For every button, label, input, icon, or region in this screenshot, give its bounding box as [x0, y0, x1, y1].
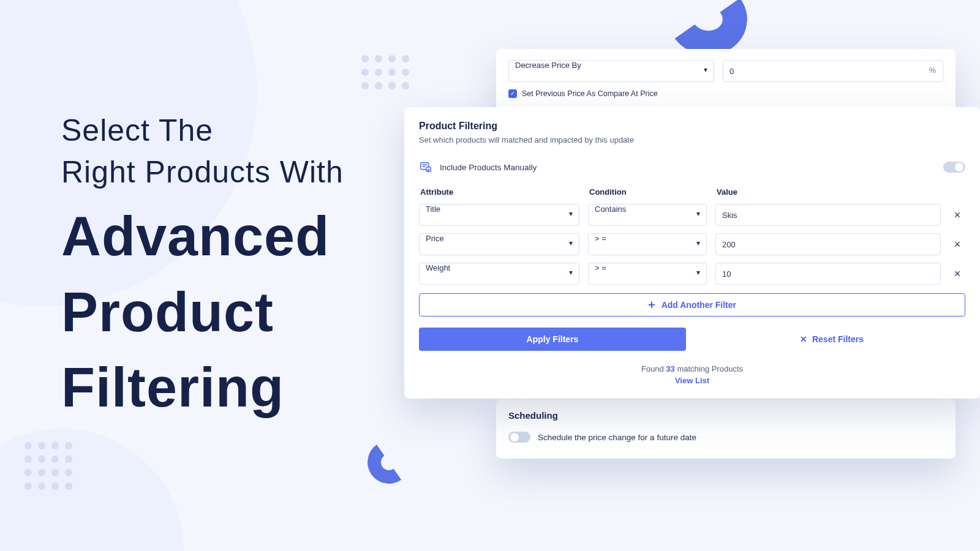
- value-input[interactable]: [715, 204, 941, 226]
- price-action-card: Decrease Price By % Set Previous Price A…: [496, 49, 956, 114]
- decorative-dots: [361, 55, 409, 89]
- apply-filters-button[interactable]: Apply Filters: [419, 328, 686, 351]
- product-filtering-card: Product Filtering Set which products wil…: [404, 107, 980, 399]
- manual-include-toggle[interactable]: [943, 162, 965, 173]
- remove-filter-icon[interactable]: ×: [949, 238, 965, 251]
- price-amount-input[interactable]: [723, 60, 943, 82]
- attribute-select[interactable]: Title: [419, 204, 579, 226]
- condition-select[interactable]: > =: [588, 233, 707, 255]
- col-condition: Condition: [589, 187, 708, 197]
- reset-filters-button[interactable]: ✕ Reset Filters: [698, 328, 965, 351]
- condition-select[interactable]: Contains: [588, 204, 707, 226]
- manual-include-icon: [419, 160, 432, 174]
- condition-select[interactable]: > =: [588, 263, 707, 285]
- attribute-select[interactable]: Price: [419, 233, 579, 255]
- price-action-select[interactable]: Decrease Price By: [508, 60, 714, 82]
- percent-suffix: %: [929, 66, 936, 75]
- scheduling-label: Schedule the price change for a future d…: [538, 433, 696, 442]
- decorative-dots: [24, 442, 72, 490]
- found-count-text: Found 33 matching Products: [419, 364, 965, 373]
- manual-include-label: Include Products Manually: [440, 163, 537, 172]
- remove-filter-icon[interactable]: ×: [949, 209, 965, 222]
- filtering-subtitle: Set which products will matched and impa…: [419, 135, 965, 144]
- col-value: Value: [717, 187, 964, 197]
- value-input[interactable]: [715, 263, 941, 285]
- view-list-link[interactable]: View List: [419, 376, 965, 385]
- scheduling-card: Scheduling Schedule the price change for…: [496, 399, 956, 459]
- filter-header-row: Attribute Condition Value: [419, 187, 965, 197]
- close-icon: ✕: [800, 334, 807, 344]
- add-filter-button[interactable]: + Add Another Filter: [419, 293, 965, 317]
- value-input[interactable]: [715, 233, 941, 255]
- filter-row: Price > = ×: [419, 233, 965, 255]
- remove-filter-icon[interactable]: ×: [949, 268, 965, 280]
- scheduling-title: Scheduling: [508, 410, 943, 421]
- decorative-swoosh: [364, 437, 413, 487]
- attribute-select[interactable]: Weight: [419, 263, 579, 285]
- filter-row: Weight > = ×: [419, 263, 965, 285]
- scheduling-toggle[interactable]: [508, 432, 530, 443]
- filtering-title: Product Filtering: [419, 121, 965, 132]
- marketing-headline: Select The Right Products With Advanced …: [61, 110, 380, 420]
- compare-at-checkbox[interactable]: Set Previous Price As Compare At Price: [508, 89, 943, 98]
- plus-icon: +: [648, 299, 655, 311]
- col-attribute: Attribute: [420, 187, 581, 197]
- filter-row: Title Contains ×: [419, 204, 965, 226]
- checkbox-checked-icon: [508, 89, 517, 98]
